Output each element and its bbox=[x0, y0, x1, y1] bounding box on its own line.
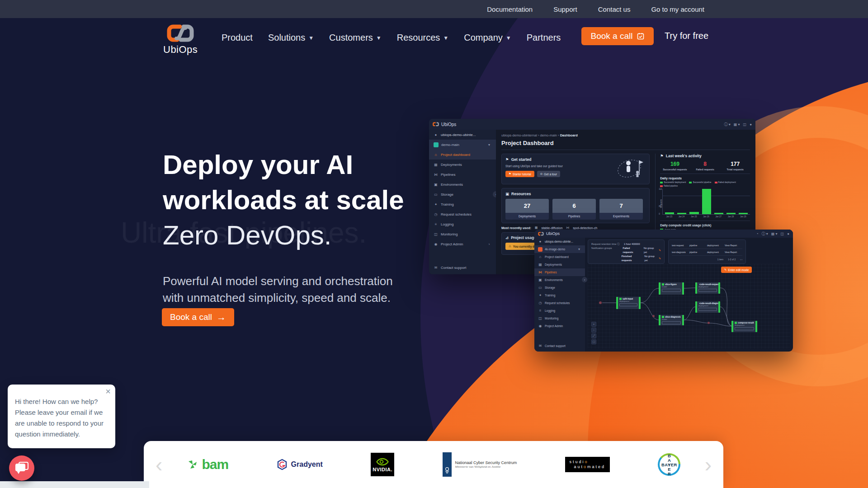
d1-get-started-card: ⚑Get started Start using UbiOps and take… bbox=[501, 154, 650, 184]
hero-title-line3: Zero DevOps. bbox=[163, 220, 331, 251]
pipelines-icon: ⋈ bbox=[566, 226, 569, 230]
utility-bar: Documentation Support Contact us Go to m… bbox=[0, 0, 868, 18]
d1-sidebar-item-environments: ▣Environments bbox=[429, 179, 496, 189]
users-icon: ◉ bbox=[434, 242, 438, 246]
d1-sidebar-item-request-schedules: ◷Request schedules bbox=[429, 209, 496, 219]
project-color-icon bbox=[538, 247, 542, 252]
edit-pencil-icon: ✎ bbox=[659, 257, 661, 261]
d2-sidebar: ●ubiops-demo-ubinte... 4k-image-demo▾ ⌂P… bbox=[534, 238, 585, 352]
pipeline-node: compose-resultdeployment bbox=[731, 321, 757, 332]
d2-sidebar-item-deployments: ▦Deployments bbox=[534, 261, 585, 268]
d1-brand: UbiOps bbox=[441, 122, 456, 127]
d2-sidebar-item-environments: ▣Environments bbox=[534, 276, 585, 284]
d2-enter-edit-mode-button: ✎Enter edit mode bbox=[721, 267, 752, 273]
training-icon: ✦ bbox=[538, 293, 542, 297]
clock-icon: ◷ bbox=[538, 301, 542, 305]
deployments-icon: ▦ bbox=[434, 163, 438, 167]
nav-item-resources[interactable]: Resources▼ bbox=[397, 33, 449, 43]
avatar: ● bbox=[787, 232, 789, 236]
flag-icon: ⚑ bbox=[660, 154, 664, 158]
users-icon: ◉ bbox=[538, 324, 542, 328]
d2-ubiops-logo-icon bbox=[538, 232, 544, 236]
link-support[interactable]: Support bbox=[553, 5, 577, 13]
user-icon: ● bbox=[538, 239, 542, 244]
nav-item-customers[interactable]: Customers▼ bbox=[329, 33, 382, 43]
d1-starter-tutorial-button: ⚑Starter tutorial bbox=[505, 171, 534, 177]
zoom-out-icon: − bbox=[591, 328, 596, 333]
chevron-down-icon: ▼ bbox=[506, 35, 511, 41]
d2-sidebar-item-storage: ▭Storage bbox=[534, 284, 585, 291]
chat-launcher-button[interactable] bbox=[9, 455, 34, 481]
d1-recent-link-2: spot-detection-ch bbox=[573, 226, 597, 230]
d1-stat-failed: 8Failed requests bbox=[690, 161, 720, 171]
pipeline-start-node bbox=[599, 301, 602, 304]
grid-icon: ▣ bbox=[505, 192, 509, 196]
chart-icon: ⊿ bbox=[505, 235, 509, 240]
lock-icon: ▢ bbox=[591, 339, 596, 344]
nvidia-eye-icon bbox=[375, 457, 390, 466]
d1-stat-total: 177Total requests bbox=[720, 161, 750, 171]
d2-sidebar-item-project-admin: ◉Project Admin bbox=[534, 322, 585, 330]
d2-sidebar-item-training: ✦Training bbox=[534, 291, 585, 299]
d2-sidebar-item-logging: ≡Logging bbox=[534, 307, 585, 314]
nav-item-partners[interactable]: Partners bbox=[527, 33, 561, 43]
ncsc-emblem bbox=[443, 452, 452, 477]
fit-view-icon: ⤢ bbox=[591, 333, 596, 338]
canvas-zoom-toolbar: +−⤢▢ bbox=[591, 322, 596, 344]
hero-book-call-button[interactable]: Book a call→ bbox=[162, 308, 234, 326]
d1-resources-card: ▣Resources 27Deployments 6Pipelines 7Exp… bbox=[501, 188, 650, 223]
daily-requests-chart: Daily requests Successful deploymentSucc… bbox=[660, 177, 750, 218]
chevron-down-icon: ▼ bbox=[376, 35, 382, 41]
d2-sidebar-item-pipelines: ⋈Pipelines bbox=[534, 268, 585, 276]
book-call-button[interactable]: Book a call bbox=[581, 27, 654, 45]
chat-widget-card: × Hi there! How can we help? Please leav… bbox=[8, 385, 115, 448]
target-icon: ⊙ bbox=[540, 172, 542, 176]
apps-icon: ▦ ▾ bbox=[771, 232, 778, 236]
hero-subtitle: Powerful AI model serving and orchestrat… bbox=[163, 273, 409, 306]
theme-icon: ◫ bbox=[743, 122, 747, 127]
table-row: test-requestpipelinedeploymentView Repor… bbox=[672, 242, 742, 249]
brand-name: UbiOps bbox=[163, 44, 198, 56]
link-contact-us[interactable]: Contact us bbox=[598, 5, 631, 13]
nav-item-product[interactable]: Product bbox=[222, 33, 253, 43]
carousel-prev-arrow[interactable]: ‹ bbox=[156, 454, 162, 475]
info-icon: ⓘ ▾ bbox=[762, 231, 768, 236]
link-my-account[interactable]: Go to my account bbox=[651, 5, 704, 13]
try-for-free-link[interactable]: Try for free bbox=[665, 31, 708, 41]
d2-app-topbar: UbiOps ◔ⓘ ▾▦ ▾◫● bbox=[534, 230, 793, 238]
d2-sidebar-item-project-dashboard: ⌂Project dashboard bbox=[534, 253, 585, 261]
d1-project: demo-main bbox=[441, 143, 459, 147]
info-icon: ⓘ bbox=[617, 243, 620, 245]
info-icon: ⓘ ▾ bbox=[724, 122, 731, 127]
dashboard-screenshot-2: UbiOps ◔ⓘ ▾▦ ▾◫● ●ubiops-demo-ubinte... … bbox=[534, 230, 793, 352]
pipeline-node: slice-figuremodel bbox=[659, 282, 684, 295]
pipeline-node: split-inputdeployment bbox=[616, 297, 641, 309]
d1-sidebar: ●ubiops-demo-ubinte... demo-main▾ ⌂Proje… bbox=[429, 130, 496, 274]
ubiops-logo[interactable]: UbiOps bbox=[163, 23, 198, 56]
d2-sidebar-item-monitoring: ◫Monitoring bbox=[534, 314, 585, 322]
apps-icon: ▦ ▾ bbox=[734, 122, 740, 127]
zoom-in-icon: + bbox=[591, 322, 596, 327]
nav-item-solutions[interactable]: Solutions▼ bbox=[268, 33, 314, 43]
d2-details-panel: Request retention time ⓘ1 hour 400000 No… bbox=[588, 239, 665, 264]
d2-account: ubiops-demo-ubinte... bbox=[545, 240, 573, 243]
link-documentation[interactable]: Documentation bbox=[487, 5, 533, 13]
d1-sidebar-item-storage: ▭Storage bbox=[429, 189, 496, 199]
d2-pipeline-canvas: split-inputdeployment slice-figuremodel … bbox=[588, 264, 790, 349]
nav-item-company[interactable]: Company▼ bbox=[464, 33, 511, 43]
d1-tile-pipelines: 6Pipelines bbox=[552, 199, 596, 220]
monitoring-icon: ◫ bbox=[538, 316, 542, 320]
user-icon: ● bbox=[434, 133, 438, 137]
d2-sidebar-collapse: ‹ bbox=[582, 277, 587, 282]
carousel-next-arrow[interactable]: › bbox=[705, 454, 712, 475]
close-icon[interactable]: × bbox=[105, 386, 111, 397]
environments-icon: ▣ bbox=[434, 183, 438, 187]
d1-contact-support: ✉Contact support bbox=[429, 263, 505, 272]
d1-page-title: Project Dashboard bbox=[501, 140, 750, 150]
chevron-right-icon: › bbox=[487, 242, 491, 246]
partner-logo-bayer: BAYER BAYER bbox=[658, 453, 680, 476]
pipeline-node: slice-diagnosismodel bbox=[659, 315, 684, 325]
d1-get-a-tour-button: ⊙Get a tour bbox=[537, 171, 560, 177]
d2-sidebar-item-request-schedules: ◷Request schedules bbox=[534, 299, 585, 307]
d1-sidebar-item-project-admin: ◉Project Admin› bbox=[429, 239, 496, 249]
